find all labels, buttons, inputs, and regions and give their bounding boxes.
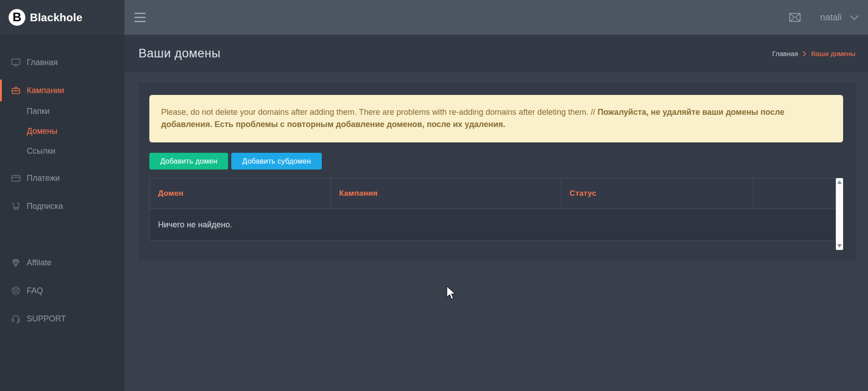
sidebar-item-label: Affilate	[27, 258, 52, 268]
credit-card-icon	[11, 173, 21, 183]
sidebar-item-label: Главная	[27, 58, 58, 67]
actions-row: Добавить домен Добавить субдомен	[149, 153, 843, 170]
menu-toggle-button[interactable]	[134, 10, 147, 25]
domains-card: Please, do not delete your domains after…	[138, 83, 856, 260]
sidebar-item-folders[interactable]: Папки	[0, 101, 124, 121]
monitor-icon	[11, 57, 21, 67]
diamond-icon	[11, 258, 21, 268]
table-scrollbar[interactable]	[836, 178, 843, 250]
user-menu[interactable]: natali	[820, 12, 859, 23]
sidebar-item-main[interactable]: Главная	[0, 52, 124, 73]
domains-table-container: Домен Кампания Статус Ничего не найдено.	[149, 178, 843, 250]
sidebar-item-campaigns[interactable]: Кампании	[0, 80, 124, 101]
column-header-domain: Домен	[150, 179, 331, 209]
alert-text-en: Please, do not delete your domains after…	[161, 108, 597, 117]
sidebar-item-support[interactable]: SUPPORT	[0, 308, 124, 330]
main-column: Ваши домены Главная Ваши домены Please, …	[124, 35, 868, 391]
envelope-icon	[789, 13, 801, 22]
add-subdomain-button[interactable]: Добавить субдомен	[231, 153, 322, 170]
scroll-up-arrow-icon[interactable]	[837, 180, 842, 184]
scroll-down-arrow-icon[interactable]	[837, 244, 842, 248]
sidebar-item-label: Платежи	[27, 174, 60, 183]
messages-button[interactable]	[789, 13, 801, 22]
sidebar-item-label: Подписка	[27, 202, 63, 211]
content-area: Please, do not delete your domains after…	[124, 83, 868, 391]
sidebar-item-subscription[interactable]: Подписка	[0, 195, 124, 217]
page-header: Ваши домены Главная Ваши домены	[124, 35, 868, 72]
warning-alert: Please, do not delete your domains after…	[149, 95, 843, 142]
sidebar-item-links[interactable]: Ссылки	[0, 141, 124, 161]
sidebar: Главная Кампании Папки Домены Ссылки	[0, 35, 124, 391]
page-title: Ваши домены	[138, 47, 220, 61]
breadcrumb-chevron-icon	[802, 51, 806, 57]
topbar-main: natali	[124, 0, 868, 35]
sidebar-item-label: SUPPORT	[27, 314, 66, 324]
sidebar-item-label: FAQ	[27, 286, 43, 296]
brand-logo[interactable]: B Blackhole	[0, 0, 124, 35]
topbar-right: natali	[789, 12, 859, 23]
table-row: Ничего не найдено.	[150, 209, 836, 241]
sidebar-item-label: Папки	[27, 107, 50, 116]
username: natali	[820, 12, 842, 23]
add-domain-button[interactable]: Добавить домен	[149, 153, 228, 170]
table-header-row: Домен Кампания Статус	[150, 179, 836, 209]
chevron-down-icon	[850, 15, 859, 20]
sidebar-item-payments[interactable]: Платежи	[0, 167, 124, 189]
sidebar-item-faq[interactable]: FAQ	[0, 280, 124, 301]
brand-logo-icon: B	[9, 9, 25, 26]
cart-plus-icon	[11, 201, 21, 211]
breadcrumb-current: Ваши домены	[811, 50, 855, 57]
column-header-campaign: Кампания	[331, 179, 561, 209]
sidebar-item-affilate[interactable]: Affilate	[0, 252, 124, 273]
sidebar-item-label: Кампании	[27, 86, 64, 95]
life-ring-icon	[11, 286, 21, 296]
column-header-actions	[754, 179, 836, 209]
domains-table: Домен Кампания Статус Ничего не найдено.	[149, 178, 836, 241]
brand-name: Blackhole	[30, 11, 82, 24]
app-root: B Blackhole natali	[0, 0, 868, 391]
headset-icon	[11, 314, 21, 324]
topbar: B Blackhole natali	[0, 0, 868, 35]
briefcase-icon	[11, 85, 21, 95]
sidebar-item-label: Ссылки	[27, 146, 55, 156]
sidebar-item-domains[interactable]: Домены	[0, 121, 124, 141]
hamburger-icon	[134, 13, 146, 14]
empty-message: Ничего не найдено.	[150, 209, 836, 241]
breadcrumb-home-link[interactable]: Главная	[772, 50, 798, 57]
column-header-status: Статус	[561, 179, 753, 209]
breadcrumb: Главная Ваши домены	[772, 50, 855, 57]
sidebar-item-label: Домены	[27, 127, 57, 136]
